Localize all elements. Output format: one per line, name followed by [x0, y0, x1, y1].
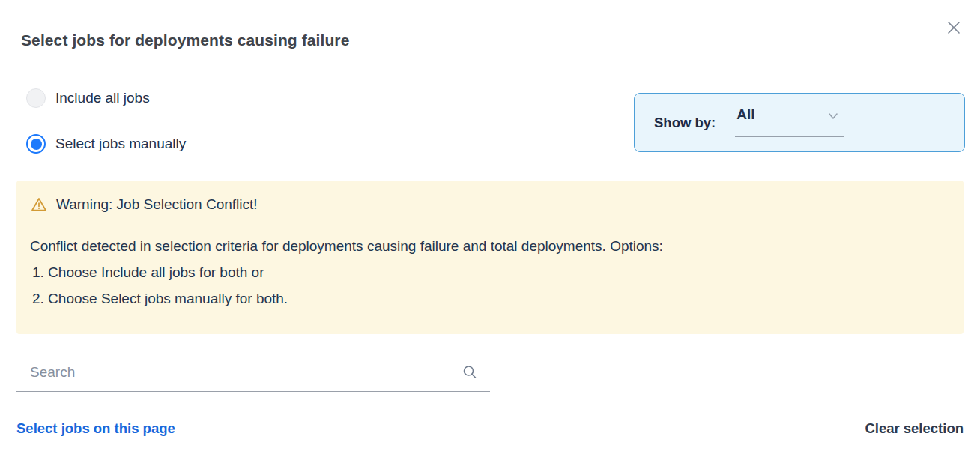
clear-selection-button[interactable]: Clear selection — [865, 420, 964, 437]
dialog-title: Select jobs for deployments causing fail… — [21, 31, 959, 49]
options-row: Include all jobs Select jobs manually Sh… — [0, 49, 980, 154]
search-input[interactable] — [30, 364, 420, 381]
warning-option-1: 1. Choose Include all jobs for both or — [30, 259, 950, 285]
show-by-selected-value: All — [736, 106, 754, 123]
dialog-footer: Select jobs on this page Clear selection — [16, 420, 964, 437]
search-icon — [462, 364, 478, 381]
warning-title: Warning: Job Selection Conflict! — [56, 196, 258, 213]
warning-title-row: Warning: Job Selection Conflict! — [30, 196, 950, 214]
radio-include-all-jobs[interactable]: Include all jobs — [26, 88, 186, 108]
warning-description: Conflict detected in selection criteria … — [30, 233, 950, 259]
select-jobs-on-page-link[interactable]: Select jobs on this page — [16, 420, 175, 437]
job-selection-radio-group: Include all jobs Select jobs manually — [16, 88, 186, 154]
warning-body: Conflict detected in selection criteria … — [30, 233, 950, 312]
radio-label: Select jobs manually — [55, 136, 186, 152]
select-jobs-dialog: Select jobs for deployments causing fail… — [0, 0, 980, 472]
warning-triangle-icon — [30, 196, 48, 214]
radio-select-jobs-manually[interactable]: Select jobs manually — [26, 134, 186, 154]
search-field — [16, 364, 490, 392]
dialog-header: Select jobs for deployments causing fail… — [0, 0, 980, 49]
show-by-label: Show by: — [654, 115, 716, 131]
close-icon — [946, 20, 961, 35]
radio-dot — [31, 139, 42, 150]
warning-option-2: 2. Choose Select jobs manually for both. — [30, 285, 950, 312]
close-button[interactable] — [943, 16, 965, 39]
chevron-down-icon — [826, 109, 840, 123]
show-by-dropdown[interactable]: All — [735, 111, 844, 137]
radio-label: Include all jobs — [55, 90, 150, 106]
radio-selected-icon[interactable] — [26, 134, 46, 154]
warning-options-list: 1. Choose Include all jobs for both or 2… — [30, 259, 950, 312]
warning-banner: Warning: Job Selection Conflict! Conflic… — [16, 181, 964, 334]
radio-unselected-icon[interactable] — [26, 88, 46, 108]
show-by-panel: Show by: All — [634, 93, 965, 152]
